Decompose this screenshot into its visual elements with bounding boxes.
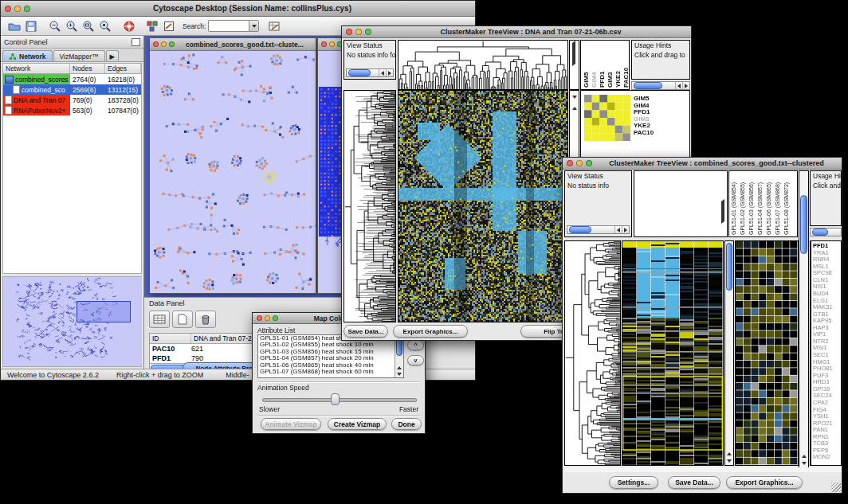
header-pager-strip[interactable] [569, 40, 579, 90]
array-label[interactable]: PFD1 [599, 42, 607, 88]
scroll-left-icon[interactable] [675, 82, 682, 89]
birdseye-canvas[interactable] [3, 277, 142, 365]
treeview2-titlebar[interactable]: ClusterMaker TreeView : combined_scores_… [563, 158, 842, 170]
scroll-right-icon[interactable] [721, 208, 724, 222]
minimize-icon[interactable] [329, 41, 335, 47]
scroll-right-icon[interactable] [386, 69, 393, 76]
settings-button[interactable]: Settings... [609, 476, 658, 489]
close-icon[interactable] [257, 315, 262, 321]
gene-label[interactable]: PAC10 [634, 130, 654, 137]
network-view-window[interactable]: combined_scores_good.txt--cluste... [149, 37, 316, 294]
column-nodes[interactable]: Nodes [70, 64, 105, 73]
scrollbar-thumb[interactable] [726, 243, 732, 291]
scrollbar-thumb[interactable] [800, 195, 807, 254]
move-up-button[interactable]: ^ [407, 340, 424, 350]
save-button[interactable] [22, 18, 39, 33]
zoom-out-button[interactable] [46, 18, 63, 33]
scroll-down-icon[interactable] [799, 462, 808, 465]
network-canvas[interactable] [150, 51, 316, 294]
tab-vizmapper[interactable]: VizMapper™ [53, 50, 105, 61]
minimize-icon[interactable] [355, 29, 362, 35]
array-labels-pane[interactable]: GPL51-01 (GSM854)GPL51-02 (GSM855)GPL51-… [728, 170, 798, 237]
tab-network[interactable]: Network [2, 50, 53, 61]
vizmapper-button[interactable] [144, 18, 161, 33]
usage-hints-scrollbar[interactable] [631, 81, 690, 90]
minimize-icon[interactable] [265, 315, 270, 321]
birdseye-view[interactable] [2, 276, 142, 367]
network-row[interactable]: DNA and Tran 07 769(0) 183728(0) [3, 95, 141, 105]
maximize-icon[interactable] [365, 29, 371, 35]
array-label[interactable]: GIM3 [607, 42, 614, 88]
select-attributes-button[interactable] [149, 311, 170, 328]
array-label[interactable]: PAC10 [622, 42, 630, 88]
close-icon[interactable] [153, 41, 159, 47]
scroll-right-icon[interactable] [572, 50, 575, 64]
slider-thumb[interactable] [331, 393, 340, 405]
zoom-fit-button[interactable] [80, 18, 96, 33]
network-row[interactable]: RNAPuberNov2+ 563(0) 107847(0) [3, 105, 141, 115]
resize-grip[interactable] [831, 483, 841, 492]
scroll-up-icon[interactable] [725, 452, 733, 455]
row-dendrogram-canvas[interactable] [344, 91, 395, 322]
maximize-icon[interactable] [169, 41, 175, 47]
close-icon[interactable] [346, 29, 352, 35]
float-panel-icon[interactable] [132, 38, 140, 46]
zoom-heatmap-pane[interactable] [735, 240, 799, 466]
main-vscrollbar[interactable] [799, 170, 809, 468]
save-data-button[interactable]: Save Data... [344, 325, 388, 338]
create-vizmap-button[interactable]: Create Vizmap [328, 418, 387, 430]
listbox-vscrollbar[interactable] [395, 335, 403, 377]
heatmap-canvas[interactable] [398, 91, 567, 322]
zoom-selected-button[interactable] [96, 18, 113, 33]
zoom-in-button[interactable] [63, 18, 80, 33]
array-label[interactable]: GPL51-07 (GSM868) [775, 173, 783, 235]
main-titlebar[interactable]: Cytoscape Desktop (Session Name: collins… [1, 1, 475, 17]
maximize-icon[interactable] [273, 315, 278, 321]
scrollbar-thumb[interactable] [634, 82, 662, 89]
close-button[interactable] [5, 6, 11, 12]
row-dendrogram-pane[interactable] [564, 240, 621, 466]
array-label[interactable]: GPL51-02 (GSM855) [740, 173, 748, 235]
minimize-icon[interactable] [576, 160, 583, 166]
scrollbar-thumb[interactable] [812, 229, 828, 236]
scroll-up-icon[interactable] [799, 455, 808, 458]
row-dendrogram-canvas[interactable] [565, 241, 620, 465]
maximize-button[interactable] [24, 6, 30, 12]
array-label[interactable]: GPL51-08 (GSM872) [783, 173, 792, 235]
array-label[interactable]: GPL51-01 (GSM854) [731, 173, 740, 235]
tab-overflow-button[interactable]: ▶ [106, 50, 120, 61]
scroll-down-icon[interactable] [572, 99, 577, 113]
strip-vscrollbar[interactable] [724, 240, 734, 466]
column-tree-pane[interactable] [634, 170, 728, 237]
row-dendrogram-pane[interactable] [344, 90, 396, 322]
column-network[interactable]: Network [3, 64, 70, 73]
column-id[interactable]: ID [150, 334, 191, 343]
global-heatmap-pane[interactable] [622, 240, 724, 466]
move-down-button[interactable]: v [407, 355, 424, 365]
zoom-heatmap-canvas[interactable] [736, 241, 798, 465]
scroll-down-icon[interactable] [725, 459, 733, 463]
array-label[interactable]: GPL51-03 (GSM856) [748, 173, 757, 235]
array-labels-pane[interactable]: GIM5GIM4PFD1GIM3YKE2PAC10 [580, 40, 630, 90]
scroll-down-icon[interactable] [395, 373, 403, 376]
help-button[interactable] [120, 18, 137, 33]
minimize-icon[interactable] [161, 41, 167, 47]
scroll-right-icon[interactable] [682, 82, 689, 89]
search-dropdown-button[interactable] [249, 21, 258, 31]
network-row[interactable]: combined_sco 2569(6) 13112(15) [3, 84, 141, 95]
view-status-scrollbar[interactable] [346, 68, 394, 77]
similarity-matrix-canvas[interactable] [584, 95, 630, 141]
network-view-titlebar[interactable]: combined_scores_good.txt--cluste... [150, 38, 316, 51]
new-attribute-button[interactable] [172, 311, 193, 328]
scroll-left-icon[interactable] [614, 226, 622, 233]
gene-list-pane[interactable]: PFD1YRA1RNR4MSL1SPC98CLN1NIS1BUD4ELG1MAK… [810, 240, 842, 466]
usage-hints-scrollbar[interactable] [810, 228, 842, 236]
scroll-right-icon[interactable] [622, 226, 629, 233]
heatmap-pane[interactable] [398, 90, 568, 322]
array-label[interactable]: YKE2 [614, 42, 622, 88]
scrollbar-thumb[interactable] [348, 69, 371, 76]
open-file-button[interactable] [6, 18, 22, 33]
animation-speed-slider[interactable] [262, 398, 417, 402]
attribute-editor-button[interactable] [266, 18, 283, 33]
treeview1-titlebar[interactable]: ClusterMaker TreeView : DNA and Tran 07-… [342, 26, 691, 38]
